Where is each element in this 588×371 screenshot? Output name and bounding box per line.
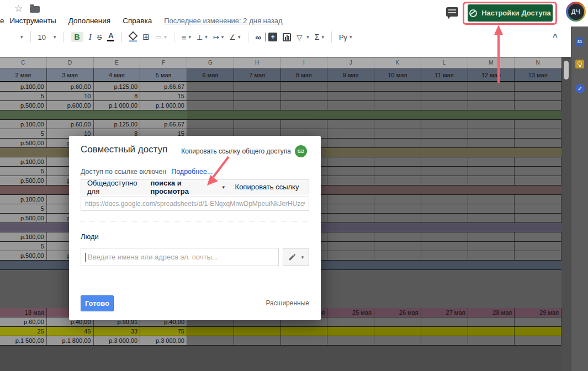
cell[interactable] xyxy=(515,120,561,129)
cell[interactable] xyxy=(515,261,561,269)
cell[interactable] xyxy=(515,186,561,194)
cell[interactable]: 33 xyxy=(94,327,141,336)
cell[interactable] xyxy=(187,82,234,91)
cell[interactable]: р.66,67 xyxy=(140,82,187,91)
cell[interactable] xyxy=(327,92,374,100)
cell[interactable] xyxy=(515,251,561,260)
cell[interactable]: 7 мая xyxy=(234,68,281,81)
cell[interactable] xyxy=(421,129,468,138)
bold-button[interactable]: B xyxy=(71,32,83,42)
folder-icon[interactable] xyxy=(30,6,40,13)
cell[interactable]: р.66,67 xyxy=(140,120,187,129)
cell[interactable] xyxy=(374,139,421,147)
cell[interactable] xyxy=(374,129,421,138)
cell[interactable]: р.500,00 xyxy=(0,251,47,260)
cell[interactable] xyxy=(515,242,561,251)
cell[interactable] xyxy=(374,167,421,176)
cell[interactable] xyxy=(281,327,328,336)
cell[interactable] xyxy=(374,214,421,222)
cell[interactable]: 25 xyxy=(0,327,47,336)
last-edit-link[interactable]: Последнее изменение: 2 дня назад xyxy=(164,17,282,25)
cell[interactable] xyxy=(468,242,515,251)
cell[interactable] xyxy=(327,204,374,213)
cell[interactable] xyxy=(374,204,421,213)
cell[interactable] xyxy=(515,167,561,176)
cell[interactable]: р.100,00 xyxy=(0,157,47,166)
cell[interactable]: р.500,00 xyxy=(0,214,47,222)
cell[interactable] xyxy=(234,327,281,336)
cell[interactable] xyxy=(468,261,515,269)
column-header[interactable]: N xyxy=(515,57,561,68)
cell[interactable] xyxy=(187,110,234,119)
cell[interactable]: р.500,00 xyxy=(0,139,47,147)
cell[interactable]: 3 мая xyxy=(47,68,94,81)
keep-icon[interactable] xyxy=(575,60,584,68)
cell[interactable] xyxy=(234,101,281,110)
cell[interactable]: р.100,00 xyxy=(0,82,47,91)
menu-item-tools[interactable]: Инструменты xyxy=(10,17,56,25)
cell[interactable] xyxy=(421,317,468,326)
cell[interactable] xyxy=(515,214,561,222)
horizontal-align-button[interactable]: ≡▾ xyxy=(182,33,191,42)
cell[interactable] xyxy=(47,110,94,119)
cell[interactable] xyxy=(187,120,234,129)
cell[interactable] xyxy=(281,120,328,129)
font-size-select[interactable]: 10▾ xyxy=(38,33,56,41)
cell[interactable] xyxy=(374,242,421,251)
scrollbar-thumb[interactable] xyxy=(564,61,569,80)
cell[interactable] xyxy=(327,261,374,269)
cell[interactable]: 5 xyxy=(0,129,47,138)
insert-comment-button[interactable]: + xyxy=(268,33,277,41)
cell[interactable] xyxy=(421,82,468,91)
cell[interactable]: р.125,00 xyxy=(94,82,141,91)
cell[interactable]: 10 xyxy=(47,92,94,100)
cell[interactable] xyxy=(421,120,468,129)
insert-link-button[interactable]: ∞ xyxy=(256,33,262,42)
cell[interactable] xyxy=(421,242,468,251)
menu-item-addons[interactable]: Дополнения xyxy=(68,17,110,25)
cell[interactable] xyxy=(515,327,561,336)
text-color-button[interactable]: A xyxy=(107,33,114,41)
cell[interactable] xyxy=(374,251,421,260)
cell[interactable] xyxy=(327,251,374,260)
cell[interactable] xyxy=(234,92,281,100)
cell[interactable]: 25 мая xyxy=(327,308,374,317)
cell[interactable] xyxy=(374,92,421,100)
cell[interactable]: р.100,00 xyxy=(0,120,47,129)
cell[interactable]: 29 мая xyxy=(515,308,561,317)
cell[interactable]: 10 мая xyxy=(374,68,421,81)
tasks-icon[interactable]: ✓ xyxy=(575,84,585,93)
cell[interactable]: 6 мая xyxy=(187,68,234,81)
done-button[interactable]: Готово xyxy=(81,295,114,311)
borders-button[interactable]: ⊞ xyxy=(142,32,150,42)
vertical-scrollbar[interactable] xyxy=(561,57,571,371)
cell[interactable] xyxy=(187,327,234,336)
cell[interactable] xyxy=(327,82,374,91)
cell[interactable] xyxy=(421,139,468,147)
cell[interactable] xyxy=(468,223,515,232)
cell[interactable]: 45 xyxy=(47,327,94,336)
text-wrap-button[interactable]: ↦▾ xyxy=(213,33,224,41)
cell[interactable] xyxy=(281,110,328,119)
menu-item-cropped[interactable]: е xyxy=(0,17,4,25)
italic-button[interactable]: I xyxy=(89,33,92,42)
column-header[interactable]: F xyxy=(140,57,187,68)
cell[interactable] xyxy=(468,110,515,119)
cell[interactable] xyxy=(421,251,468,260)
cell[interactable]: р.60,00 xyxy=(47,120,94,129)
cell[interactable] xyxy=(421,101,468,110)
cell[interactable]: р.60,00 xyxy=(47,82,94,91)
cell[interactable] xyxy=(94,110,141,119)
cell[interactable] xyxy=(468,195,515,204)
cell[interactable]: р.500,00 xyxy=(0,101,47,110)
cell[interactable]: 75 xyxy=(140,327,187,336)
cell[interactable] xyxy=(421,195,468,204)
cell[interactable] xyxy=(327,129,374,138)
cell[interactable] xyxy=(374,148,421,157)
cell[interactable] xyxy=(374,195,421,204)
cell[interactable] xyxy=(421,261,468,269)
cell[interactable] xyxy=(327,242,374,251)
cell[interactable]: 5 xyxy=(0,92,47,100)
cell[interactable]: 8 xyxy=(94,92,141,100)
cell[interactable]: 9 мая xyxy=(327,68,374,81)
